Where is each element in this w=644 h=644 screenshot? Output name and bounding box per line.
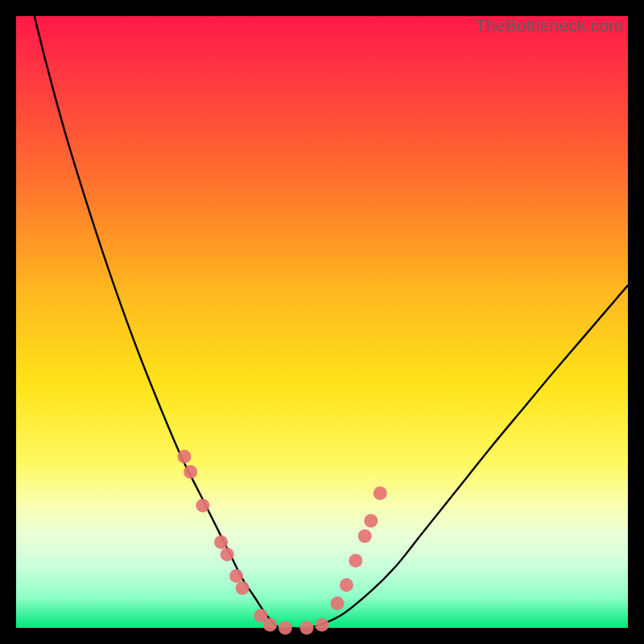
highlight-dot	[300, 621, 314, 635]
highlight-dot	[214, 535, 228, 549]
highlight-dot	[229, 569, 243, 583]
chart-plot-area: TheBottleneck.com	[16, 16, 628, 628]
highlight-dot	[236, 581, 250, 595]
highlight-dot	[316, 618, 329, 632]
highlight-dot	[349, 554, 362, 568]
highlight-dot	[221, 547, 234, 561]
bottleneck-curve	[35, 16, 628, 629]
watermark-text: TheBottleneck.com	[476, 16, 623, 35]
highlight-dot	[331, 597, 345, 610]
highlight-dots	[178, 450, 387, 635]
highlight-dot	[374, 486, 387, 500]
highlight-dot	[340, 578, 353, 592]
highlight-dot	[196, 499, 209, 513]
chart-frame: TheBottleneck.com	[0, 0, 644, 644]
highlight-dot	[184, 465, 197, 479]
highlight-dot	[364, 514, 378, 528]
highlight-dot	[358, 530, 372, 543]
highlight-dot	[279, 621, 292, 635]
highlight-dot	[178, 450, 192, 464]
chart-svg	[16, 16, 628, 628]
highlight-dot	[263, 618, 277, 632]
